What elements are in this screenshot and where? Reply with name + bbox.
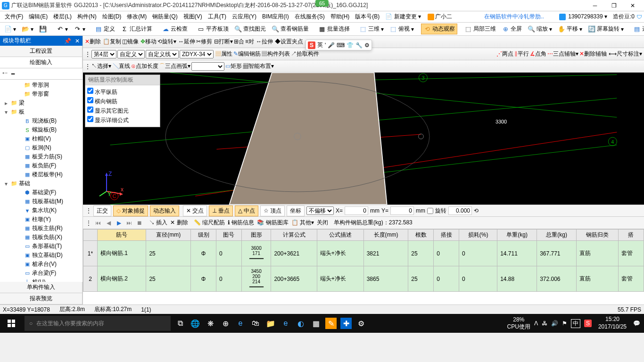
tree-node[interactable]: B现浇板(B) (1, 116, 82, 125)
3d-viewport[interactable]: 3 4 C 3300 钢筋显示控制面板 水平纵筋 横向钢筋 显示其它图元 显示详… (83, 73, 644, 205)
tree-node[interactable]: ▭条形基础(T) (1, 242, 82, 251)
column-header[interactable]: 总重(kg) (537, 230, 577, 241)
menu-item[interactable]: 版本号(B) (352, 12, 382, 21)
cloud-check-button[interactable]: ☁云检查 (159, 24, 190, 34)
edge-icon[interactable]: e (233, 314, 248, 333)
tab-single-input[interactable]: 单构件输入 (0, 282, 83, 293)
column-header[interactable]: 单重(kg) (497, 230, 537, 241)
tree-node[interactable]: 📁带形洞 (1, 81, 82, 90)
rebar-checkbox[interactable] (87, 107, 93, 113)
select-button[interactable]: ↖选择▾ (91, 62, 111, 70)
menu-new-change[interactable]: 📄 新建变更 ▾ (382, 11, 424, 22)
tree-node[interactable]: ▢板洞(N) (1, 143, 82, 152)
perp-button[interactable]: ⊥ 垂点 (209, 206, 233, 216)
mid-button[interactable]: △ 中点 (235, 206, 258, 216)
select-floor-button[interactable]: ▤选择楼层 (631, 24, 644, 34)
cpu-meter[interactable]: 28%CPU使用 (507, 316, 530, 331)
move-button[interactable]: ✥移动 (140, 38, 157, 46)
tree-node[interactable]: ⬢基础梁(F) (1, 188, 82, 197)
dynamic-input-button[interactable]: 动态输入 (150, 206, 179, 216)
user-label[interactable]: 广小二 (424, 11, 455, 22)
flat-top-button[interactable]: ▭平齐板顶 (195, 24, 231, 34)
3d-button[interactable]: ⬚三维▾ (357, 24, 386, 34)
rebar-checkbox-row[interactable]: 横向钢筋 (87, 97, 158, 106)
menu-item[interactable]: BIM应用(I) (259, 12, 292, 21)
first-button[interactable]: ⏮ (94, 219, 102, 227)
pick-component-button[interactable]: ↗拾取构件 (291, 50, 319, 58)
other-button[interactable]: 📋 其他▾ (291, 219, 314, 227)
grid-delete-button[interactable]: ✕ 删除 (170, 219, 188, 227)
menu-item[interactable]: 云应用(Y) (229, 12, 259, 21)
ime-gear-icon[interactable]: ⚙ (364, 42, 370, 49)
local-3d-button[interactable]: ⬚局部三维 (462, 24, 498, 34)
app5-icon[interactable]: ▦ (308, 314, 323, 333)
app7-icon[interactable]: ✚ (340, 318, 352, 329)
component-tree[interactable]: 📁带形洞📁带形窗▸📁梁▾📁板B现浇板(B)S螺旋板(B)▣柱帽(V)▢板洞(N)… (0, 80, 83, 282)
menu-item[interactable]: 钢筋量(Q) (149, 12, 180, 21)
tree-node[interactable]: ▦筏板主筋(R) (1, 224, 82, 233)
osnap-button[interactable]: ◇ 对象捕捉 (113, 206, 148, 216)
column-header[interactable]: 长度(mm) (363, 230, 408, 241)
tray-net-icon[interactable]: 🖧 (542, 320, 547, 327)
vbar4-icon[interactable]: ⋮ (86, 220, 91, 226)
tree-node[interactable]: ▭承台梁(F) (1, 269, 82, 278)
length-button[interactable]: ⊙点加长度 (131, 62, 158, 70)
tab-project-settings[interactable]: 工程设置 (0, 46, 83, 57)
trim-button[interactable]: ✂修剪 (196, 38, 212, 46)
rebar-lib-button[interactable]: 📚 钢筋图库 (257, 219, 288, 227)
tray-up-icon[interactable]: ᐱ (534, 320, 538, 327)
align-button[interactable]: ≡对 (245, 38, 254, 46)
menu-item[interactable]: 修改(M) (124, 12, 149, 21)
y-input[interactable] (390, 206, 414, 215)
screen-rotate-button[interactable]: 🔄屏幕旋转▾ (586, 24, 626, 34)
tree-node[interactable]: ▦筏板负筋(X) (1, 233, 82, 242)
column-header[interactable]: 计算公式 (271, 230, 317, 241)
vbar3-icon[interactable]: ⋮ (86, 207, 91, 214)
dynamic-view-button[interactable]: ⟲动态观察 (421, 24, 457, 34)
tab-draw-input[interactable]: 绘图输入 (0, 57, 83, 68)
app3-icon[interactable]: ⊕ (218, 314, 233, 333)
mirror-button[interactable]: ◫镜像 (122, 38, 139, 46)
smart-layout-button[interactable]: ▦智能布置▾ (243, 62, 274, 70)
ortho-button[interactable]: 正交 (93, 206, 111, 216)
tree-node[interactable]: ▣桩承台(V) (1, 260, 82, 269)
menu-item[interactable]: 绘图(D) (99, 12, 124, 21)
app8-icon[interactable]: ⚙ (354, 314, 369, 333)
redo-button[interactable]: ↷▾ (71, 24, 88, 34)
offset-select[interactable]: 不偏移 (306, 206, 334, 215)
table-row[interactable]: 1*横向钢筋.125Φ03600171━━━━━200+3621端头+净长382… (83, 241, 644, 266)
pan-button[interactable]: ✋平移▾ (555, 24, 585, 34)
open-button[interactable]: 📂▾ (19, 24, 36, 34)
column-header[interactable]: 损耗(%) (459, 230, 497, 241)
ime-indicator[interactable]: 中 (571, 319, 580, 328)
subcategory-select[interactable]: 自定义线 (146, 50, 179, 58)
arc-button[interactable]: ⌒三点画弧▾ (159, 62, 190, 70)
phone-label[interactable]: 13907298339 ▾ (558, 13, 607, 20)
app6-icon[interactable]: ✎ (325, 318, 337, 329)
edit-rebar-button[interactable]: ✎编辑钢筋 (233, 50, 261, 58)
tree-node[interactable]: ▸📁梁 (1, 99, 82, 107)
save-button[interactable]: 💾 (37, 24, 49, 34)
rebar-checkbox[interactable] (87, 116, 93, 122)
find-element-button[interactable]: 🔍查找图元 (232, 24, 268, 34)
tree-node[interactable]: ▦楼层板带(H) (1, 170, 82, 179)
copy-button[interactable]: 📋复制 (103, 38, 121, 46)
menu-item[interactable]: 构件(N) (74, 12, 99, 21)
column-header[interactable]: 筋号 (98, 230, 146, 241)
close-grid-button[interactable]: 关闭 (317, 219, 328, 227)
column-header[interactable]: 公式描述 (317, 230, 363, 241)
taskbar-clock[interactable]: 15:202017/10/25 (595, 316, 629, 330)
menu-item[interactable]: 编辑(E) (26, 12, 50, 21)
menu-item[interactable]: 文件(F) (2, 12, 26, 21)
rotate-button[interactable]: ⟲旋转▾ (157, 38, 176, 46)
zoom-button[interactable]: 🔍缩放▾ (525, 24, 554, 34)
top-view-button[interactable]: ⬚俯视▾ (387, 24, 416, 34)
delete-button[interactable]: ✕删除 (85, 38, 101, 46)
rebar-display-panel[interactable]: 钢筋显示控制面板 水平纵筋 横向钢筋 显示其它图元 显示详细公式 (85, 74, 160, 127)
menu-item[interactable]: 楼层(L) (50, 12, 74, 21)
tree-node[interactable]: S螺旋板(B) (1, 125, 82, 134)
ie-icon[interactable]: e (278, 314, 293, 333)
viewport-canvas[interactable]: 3 4 C 3300 (83, 73, 644, 205)
taskbar-search[interactable]: ○ 在这里输入你要搜索的内容 (25, 316, 171, 331)
arc-select[interactable] (191, 62, 224, 71)
